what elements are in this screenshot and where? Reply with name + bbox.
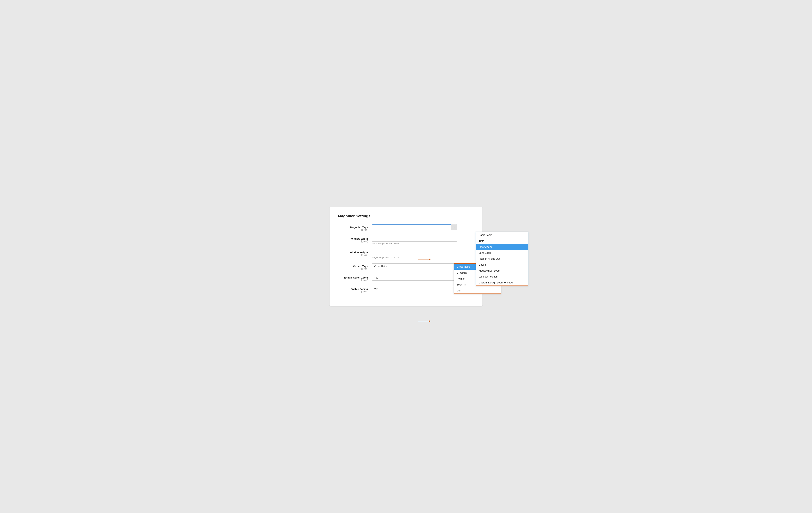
cursor-arrow-head [429, 320, 431, 322]
magnifier-type-dropdown-popup: Basic Zoom Tints Inner Zoom Lens Zoom Fa… [476, 232, 528, 286]
magnifier-option-custom-design[interactable]: Custom Design Zoom Window [476, 279, 528, 286]
magnifier-type-label: Magnifier Type [338, 226, 368, 229]
window-height-label: Window Height [338, 251, 368, 254]
window-width-label: Window Width [338, 237, 368, 240]
window-height-row: Window Height [global] 300 Height Range … [338, 250, 474, 259]
window-width-hint: Width Range from 100 to 550 [372, 242, 474, 245]
window-width-sublabel: [global] [338, 240, 368, 242]
enable-scroll-zoom-select[interactable]: Yes No [372, 275, 457, 280]
magnifier-arrow-head [429, 258, 431, 261]
cursor-type-sublabel: [global] [338, 268, 368, 270]
magnifier-type-select-wrapper: Inner Zoom ▲ [372, 224, 457, 230]
magnifier-option-easing[interactable]: Easing [476, 262, 528, 268]
window-height-input[interactable]: 300 [372, 250, 457, 255]
magnifier-option-basic-zoom[interactable]: Basic Zoom [476, 232, 528, 238]
magnifier-type-row: Magnifier Type [global] Inner Zoom ▲ [338, 224, 474, 231]
magnifier-arrow-line [418, 259, 429, 260]
enable-easing-sublabel: [global] [338, 291, 368, 293]
magnifier-option-lens-zoom[interactable]: Lens Zoom [476, 250, 528, 256]
cursor-type-select-wrapper: Cross Hairs Grabbing Pointer Zoom In Cel… [372, 263, 457, 269]
cursor-option-cell[interactable]: Cell [454, 288, 501, 294]
cursor-type-row: Cursor Type [global] Cross Hairs Grabbin… [338, 263, 474, 270]
magnifier-option-fade[interactable]: Fade in / Fade Out [476, 256, 528, 262]
enable-easing-label-col: Enable Easing [global] [338, 286, 372, 293]
window-height-sublabel: [global] [338, 254, 368, 256]
magnifier-type-arrow-annotation [418, 258, 431, 261]
enable-scroll-zoom-sublabel: [global] [338, 279, 368, 281]
magnifier-option-tints[interactable]: Tints [476, 238, 528, 244]
magnifier-option-inner-zoom[interactable]: Inner Zoom [476, 244, 528, 250]
enable-scroll-zoom-label: Enable Scroll Zoom [338, 276, 368, 279]
window-width-input[interactable]: 300 [372, 236, 457, 242]
window-width-control: 300 Width Range from 100 to 550 [372, 236, 474, 245]
enable-scroll-zoom-label-col: Enable Scroll Zoom [global] [338, 275, 372, 281]
magnifier-type-input[interactable]: Inner Zoom [372, 224, 457, 230]
magnifier-type-sublabel: [global] [338, 229, 368, 231]
cursor-type-select[interactable]: Cross Hairs Grabbing Pointer Zoom In Cel… [372, 263, 457, 269]
magnifier-type-control: Inner Zoom ▲ [372, 224, 474, 230]
magnifier-type-label-col: Magnifier Type [global] [338, 224, 372, 231]
enable-easing-select[interactable]: Yes No [372, 286, 457, 292]
cursor-arrow-line [418, 321, 429, 321]
enable-scroll-zoom-select-wrapper: Yes No ▼ [372, 275, 457, 280]
window-width-row: Window Width [global] 300 Width Range fr… [338, 236, 474, 245]
enable-easing-label: Enable Easing [338, 288, 368, 291]
settings-card: Magnifier Settings Magnifier Type [globa… [329, 207, 483, 306]
cursor-type-label: Cursor Type [338, 265, 368, 268]
cursor-type-arrow-annotation [418, 320, 431, 322]
cursor-type-control: Cross Hairs Grabbing Pointer Zoom In Cel… [372, 263, 474, 269]
magnifier-option-window-position[interactable]: Window Position [476, 274, 528, 279]
window-width-label-col: Window Width [global] [338, 236, 372, 242]
enable-easing-select-wrapper: Yes No ▼ [372, 286, 457, 292]
window-height-control: 300 Height Range from 100 to 550 [372, 250, 474, 259]
window-height-label-col: Window Height [global] [338, 250, 372, 256]
cursor-type-label-col: Cursor Type [global] [338, 263, 372, 270]
magnifier-type-dropdown-container: Basic Zoom Tints Inner Zoom Lens Zoom Fa… [476, 232, 528, 286]
page-title: Magnifier Settings [338, 214, 474, 218]
magnifier-option-mousewheel[interactable]: Mousewheel Zoom [476, 268, 528, 274]
